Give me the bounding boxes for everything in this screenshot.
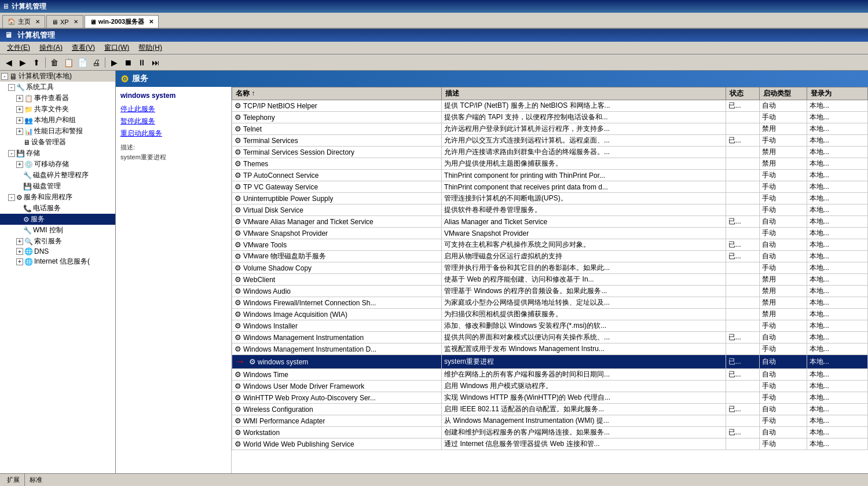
toolbar-show-hide[interactable]: 🗑 [48, 56, 61, 69]
event-viewer-expand[interactable]: + [16, 95, 23, 102]
status-expand[interactable]: 扩展 [2, 474, 25, 486]
service-desc-cell: 允许用户连接请求路由到群集中合适的终端服务器。... [442, 147, 726, 158]
perf-logs-expand[interactable]: + [16, 128, 23, 135]
table-row[interactable]: ⚙TP VC Gateway ServiceThinPrint componen… [232, 181, 868, 193]
tree-removable[interactable]: + 💿 可移动存储 [0, 159, 115, 170]
tree-services-apps[interactable]: - ⚙ 服务和应用程序 [0, 192, 115, 203]
telephony-icon: 📞 [23, 204, 32, 213]
tree-system-tools[interactable]: - 🔧 系统工具 [0, 82, 115, 93]
tree-disk-mgmt[interactable]: 💾 磁盘管理 [0, 181, 115, 192]
menu-window[interactable]: 窗口(W) [100, 42, 134, 54]
status-standard[interactable]: 标准 [25, 474, 47, 486]
red-arrow-icon: → [235, 356, 245, 368]
table-row[interactable]: ⚙WMI Performance Adapter从 Windows Manage… [232, 415, 868, 427]
table-row[interactable]: ⚙Terminal Services允许用户以交互方式连接到远程计算机。远程桌面… [232, 135, 868, 147]
table-row[interactable]: ⚙TCP/IP NetBIOS Helper提供 TCP/IP (NetBT) … [232, 100, 868, 112]
table-row[interactable]: ⚙Volume Shadow Copy管理并执行用于备份和其它目的的卷影副本。如… [232, 262, 868, 274]
tree-wmi[interactable]: 🔧 WMI 控制 [0, 225, 115, 236]
menu-action[interactable]: 操作(A) [35, 42, 67, 54]
removable-expand[interactable]: + [16, 161, 23, 168]
col-header-desc[interactable]: 描述 [442, 87, 726, 100]
table-row[interactable]: ⚙Windows Management Instrumentation D...… [232, 344, 868, 355]
tree-defrag[interactable]: 🔧 磁盘碎片整理程序 [0, 170, 115, 181]
services-apps-expand[interactable]: - [8, 194, 15, 201]
tree-root[interactable]: - 🖥 计算机管理(本地) [0, 71, 115, 82]
service-row-icon: ⚙ [235, 264, 241, 272]
tree-perf-logs[interactable]: + 📊 性能日志和警报 [0, 126, 115, 137]
table-row[interactable]: ⚙TP AutoConnect ServiceThinPrint compone… [232, 170, 868, 181]
table-row[interactable]: ⚙Windows User Mode Driver Framework启用 Wi… [232, 381, 868, 392]
table-row[interactable]: ⚙VMware Alias Manager and Ticket Service… [232, 216, 868, 228]
tree-root-expand[interactable]: - [1, 73, 8, 80]
service-status-cell [726, 286, 759, 297]
table-row[interactable]: ⚙VMware 物理磁盘助手服务启用从物理磁盘分区运行虚拟机的支持已...自动本… [232, 251, 868, 262]
index-expand[interactable]: + [16, 238, 23, 245]
menu-help[interactable]: 帮助(H) [134, 42, 167, 54]
col-header-logon[interactable]: 登录为 [807, 87, 867, 100]
table-row[interactable]: ⚙VMware Tools可支持在主机和客户机操作系统之间同步对象。已...自动… [232, 239, 868, 251]
tab-win2003[interactable]: 🖥 win-2003服务器 ✕ [85, 15, 159, 28]
iis-expand[interactable]: + [16, 258, 23, 265]
tree-device-mgr[interactable]: 🖥 设备管理器 [0, 137, 115, 148]
service-row-icon: ⚙ [235, 310, 241, 319]
toolbar-print[interactable]: 🖨 [90, 56, 102, 69]
local-users-expand[interactable]: + [16, 117, 23, 124]
toolbar-next[interactable]: ⏭ [149, 56, 162, 69]
table-row[interactable]: ⚙Windows Management Instrumentation提供共同的… [232, 332, 868, 344]
toolbar-stop[interactable]: ⏹ [122, 56, 134, 69]
table-row[interactable]: ⚙Windows Time维护在网络上的所有客户端和服务器的时间和日期同...已… [232, 369, 868, 381]
col-header-startup[interactable]: 启动类型 [760, 87, 807, 100]
table-row[interactable]: ⚙Windows Audio管理基于 Windows 的程序的音频设备。如果此服… [232, 286, 868, 297]
table-row[interactable]: ⚙Telephony提供客户端的 TAPI 支持，以便程序控制电话设备和...手… [232, 112, 868, 123]
toolbar-forward[interactable]: ▶ [16, 56, 29, 69]
menu-view[interactable]: 查看(V) [67, 42, 100, 54]
table-row[interactable]: ⚙Virtual Disk Service提供软件卷和硬件卷管理服务。手动本地.… [232, 204, 868, 216]
tab-home[interactable]: 🏠 主页 ✕ [2, 15, 45, 28]
table-row[interactable]: ⚙Terminal Services Session Directory允许用户… [232, 147, 868, 158]
tab-home-close[interactable]: ✕ [35, 19, 40, 25]
system-tools-expand[interactable]: - [8, 84, 15, 91]
table-row[interactable]: ⚙Windows Firewall/Internet Connection Sh… [232, 297, 868, 309]
table-row[interactable]: ⚙Themes为用户提供使用机主题图像捕获服务。禁用本地... [232, 158, 868, 170]
table-row[interactable]: ⚙Wireless Configuration启用 IEEE 802.11 适配… [232, 404, 868, 415]
toolbar-up[interactable]: ⬆ [30, 56, 43, 69]
table-row[interactable]: ⚙VMware Snapshot ProviderVMware Snapshot… [232, 228, 868, 239]
service-table-container[interactable]: 名称 ↑ 描述 状态 启动类型 登录为 ⚙TCP/IP NetBIOS Help… [232, 87, 868, 473]
restart-service-link[interactable]: 重启动此服务 [120, 129, 226, 138]
tree-local-users[interactable]: + 👥 本地用户和组 [0, 115, 115, 126]
table-row[interactable]: ⚙Uninterruptible Power Supply管理连接到计算机的不间… [232, 193, 868, 204]
table-row[interactable]: →⚙windows systemsystem重要进程已...自动本地... [232, 355, 868, 369]
tree-iis[interactable]: + 🌐 Internet 信息服务( [0, 256, 115, 267]
toolbar-play[interactable]: ▶ [108, 56, 120, 69]
table-row[interactable]: ⚙World Wide Web Publishing Service通过 Int… [232, 439, 868, 450]
shared-folders-expand[interactable]: + [16, 106, 23, 113]
tree-shared-folders[interactable]: + 📁 共享文件夹 [0, 104, 115, 115]
tree-event-viewer[interactable]: + 📋 事件查看器 [0, 93, 115, 104]
table-row[interactable]: ⚙Windows Image Acquisition (WIA)为扫描仪和照相机… [232, 309, 868, 320]
tree-storage[interactable]: - 💾 存储 [0, 148, 115, 159]
stop-service-link[interactable]: 停止此服务 [120, 104, 226, 114]
tree-index[interactable]: + 🔍 索引服务 [0, 236, 115, 247]
tree-dns[interactable]: + 🌐 DNS [0, 247, 115, 256]
tab-xp-close[interactable]: ✕ [74, 19, 78, 25]
tree-telephony[interactable]: 📞 电话服务 [0, 203, 115, 214]
table-row[interactable]: ⚙Workstation创建和维护到远程服务的客户端网络连接。如果服务...已.… [232, 427, 868, 439]
service-logon-cell: 本地... [807, 135, 867, 147]
pause-service-link[interactable]: 暂停此服务 [120, 116, 226, 126]
table-row[interactable]: ⚙WebClient使基于 Web 的程序能创建、访问和修改基于 In...禁用… [232, 274, 868, 286]
tree-services[interactable]: ⚙ 服务 [0, 214, 115, 225]
storage-expand[interactable]: - [8, 150, 15, 157]
col-header-status[interactable]: 状态 [726, 87, 759, 100]
tab-win2003-close[interactable]: ✕ [149, 19, 153, 25]
toolbar-paste[interactable]: 📄 [76, 56, 89, 69]
table-row[interactable]: ⚙Telnet允许远程用户登录到此计算机并运行程序，并支持多...禁用本地... [232, 123, 868, 135]
menu-file[interactable]: 文件(E) [2, 42, 35, 54]
table-row[interactable]: ⚙WinHTTP Web Proxy Auto-Discovery Ser...… [232, 392, 868, 404]
toolbar-pause[interactable]: ⏸ [135, 56, 148, 69]
col-header-name[interactable]: 名称 ↑ [232, 87, 442, 100]
tab-xp[interactable]: 🖥 XP ✕ [46, 15, 83, 28]
table-row[interactable]: ⚙Windows Installer添加、修改和删除以 Windows 安装程序… [232, 320, 868, 332]
dns-expand[interactable]: + [16, 248, 23, 255]
toolbar-copy[interactable]: 📋 [62, 56, 75, 69]
toolbar-back[interactable]: ◀ [2, 56, 15, 69]
